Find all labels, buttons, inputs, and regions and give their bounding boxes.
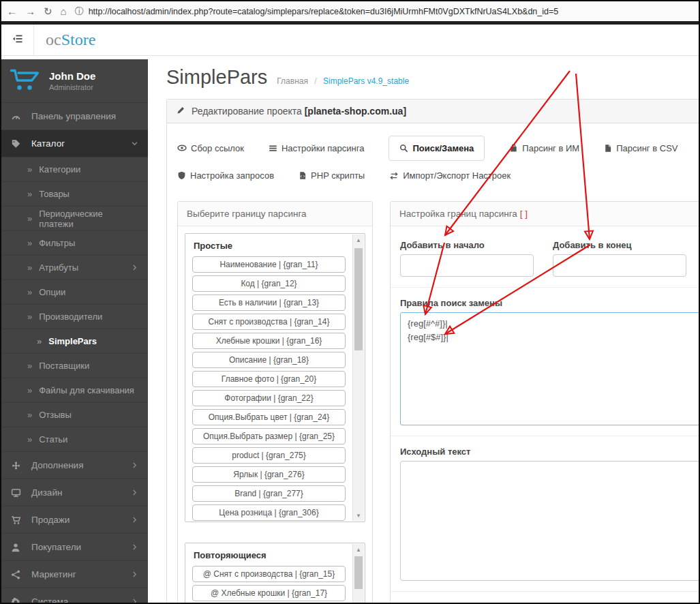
sidebar-subitem-label: Поставщики xyxy=(39,361,89,371)
gran-button[interactable]: Ярлык | {gran_276} xyxy=(192,466,346,483)
scroll-up-icon[interactable]: ▲ xyxy=(353,544,364,555)
sidebar-subitem[interactable]: »Фильтры xyxy=(1,231,148,256)
sidebar-item-label: Каталог xyxy=(31,138,65,149)
group-items-repeating: @ Снят с производства | {gran_15}@ Хлебн… xyxy=(192,566,346,604)
gran-button[interactable]: Описание | {gran_18} xyxy=(192,352,346,368)
sidebar-subitem[interactable]: »Поставщики xyxy=(1,354,148,378)
breadcrumb-home[interactable]: Главная xyxy=(277,76,308,86)
sidebar-subitem[interactable]: »Опции xyxy=(1,280,148,305)
reload-icon[interactable]: ↻ xyxy=(44,6,52,16)
add-start-input[interactable] xyxy=(400,254,534,277)
gran-button[interactable]: Фотографии | {gran_22} xyxy=(192,390,346,406)
sidebar-subitem-label: Производители xyxy=(39,312,102,322)
source-textarea[interactable] xyxy=(400,461,700,581)
sidebar-item[interactable]: Покупатели xyxy=(1,534,148,561)
gran-button[interactable]: @ Снят с производства | {gran_15} xyxy=(192,566,346,582)
sidebar-item[interactable]: Дизайн xyxy=(1,479,148,507)
gran-button[interactable]: Brand | {gran_277} xyxy=(192,485,346,502)
tab-item[interactable]: Импорт/Экспорт Настроек xyxy=(389,170,511,181)
boundary-chooser-title: Выберите границу парсинга xyxy=(178,202,372,226)
tab-item[interactable]: Настройки парсинга xyxy=(269,143,364,153)
sidebar-subitem[interactable]: »Файлы для скачивания xyxy=(1,378,148,403)
sidebar-item[interactable]: Маркетинг xyxy=(1,561,148,588)
group-items-simple: Наименование | {gran_11}Код | {gran_12}Е… xyxy=(192,256,346,522)
profile-name: John Doe xyxy=(49,70,95,82)
gran-button[interactable]: Главное фото | {gran_20} xyxy=(192,371,346,387)
forward-icon[interactable]: → xyxy=(25,6,35,16)
tab-item[interactable]: Парсинг в ИМ xyxy=(509,143,579,153)
user-icon xyxy=(11,543,24,552)
search-icon xyxy=(399,144,408,153)
gran-button[interactable]: Снят с производства | {gran_14} xyxy=(192,314,346,330)
gran-button[interactable]: Опция.Выбрать размер | {gran_25} xyxy=(192,428,346,444)
tab-item[interactable]: PHP скрипты xyxy=(299,170,365,181)
sidebar-subitem[interactable]: »Категории xyxy=(1,157,148,182)
sidebar-item[interactable]: Система xyxy=(1,588,148,603)
sidebar-item-label: Панель управления xyxy=(31,111,116,121)
url-text[interactable]: http://localhost/admin/index.php?route=c… xyxy=(89,7,559,16)
sidebar-subitem[interactable]: »Товары xyxy=(1,182,148,207)
sidebar-subitem[interactable]: »Отзывы xyxy=(1,403,148,427)
scrollbar-thumb[interactable] xyxy=(354,248,363,350)
gran-button[interactable]: Опция.Выбрать цвет | {gran_24} xyxy=(192,409,346,425)
divider xyxy=(391,591,700,592)
sidebar-subitem[interactable]: »Статьи xyxy=(1,427,148,452)
gran-button[interactable]: @ Хлебные крошки | {gran_17} xyxy=(192,585,346,601)
home-icon[interactable]: ⌂ xyxy=(61,6,67,16)
gran-button[interactable]: Есть в наличии | {gran_13} xyxy=(192,295,346,311)
sidebar-profile: John Doe Administrator xyxy=(1,59,148,103)
sidebar-item-label: Система xyxy=(31,597,68,603)
scrollbar-thumb[interactable] xyxy=(354,556,363,589)
tab-item[interactable]: Сбор ссылок xyxy=(177,143,244,153)
app-window: ← → ↻ ⌂ ⓘ http://localhost/admin/index.p… xyxy=(0,0,700,604)
sidebar-subitem-label: Файлы для скачивания xyxy=(39,385,134,395)
project-panel-heading: Редактирование проекта [planeta-shop.com… xyxy=(167,100,700,123)
address-bar[interactable]: ⓘ http://localhost/admin/index.php?route… xyxy=(75,5,693,18)
group-heading-simple: Простые xyxy=(194,241,346,251)
double-angle-icon: » xyxy=(27,434,32,444)
gran-button[interactable]: Цена розница | {gran_306} xyxy=(192,504,346,521)
scroll-down-icon[interactable]: ▼ xyxy=(353,510,364,521)
add-end-input[interactable] xyxy=(553,254,686,277)
tab-item[interactable]: Настройка запросов xyxy=(177,170,274,181)
breadcrumb-current-link[interactable]: SimplePars v4.9_stable xyxy=(323,76,409,86)
boundary-settings-title: Настройка границ парсинга[ ] xyxy=(391,202,700,226)
sidebar-subitem-label: Периодические платежи xyxy=(39,209,138,229)
brand-logo[interactable]: ocStore xyxy=(46,25,95,55)
shield-icon xyxy=(177,171,186,180)
title-badge[interactable]: [ ] xyxy=(520,209,528,219)
cart-icon xyxy=(11,515,24,525)
sidebar-item-label: Дизайн xyxy=(31,487,62,498)
sidebar-item[interactable]: Продажи xyxy=(1,507,148,534)
back-icon[interactable]: ← xyxy=(7,6,17,16)
scrollbar[interactable]: ▲ ▼ xyxy=(352,235,364,521)
gran-button[interactable]: Наименование | {gran_11} xyxy=(192,256,346,273)
project-heading-text: Редактирование проекта xyxy=(192,106,302,117)
sidebar-toggle-button[interactable] xyxy=(1,25,34,55)
sidebar-subitem[interactable]: »Производители xyxy=(1,305,148,329)
sidebar-item[interactable]: Каталог xyxy=(1,130,148,157)
tab-item[interactable]: Поиск/Замена xyxy=(389,136,485,161)
sidebar-subitem[interactable]: »SimplePars xyxy=(1,329,148,354)
breadcrumb: Главная / SimplePars v4.9_stable xyxy=(277,76,409,86)
scroll-up-icon[interactable]: ▲ xyxy=(353,235,364,245)
main-content: SimplePars Главная / SimplePars v4.9_sta… xyxy=(148,59,699,603)
sidebar-subitem[interactable]: »Периодические платежи xyxy=(1,207,148,231)
gran-button[interactable]: Хлебные крошки | {gran_16} xyxy=(192,333,346,349)
gran-button[interactable]: product | {gran_275} xyxy=(192,447,346,464)
sidebar-subitem-label: Атрибуты xyxy=(39,262,78,273)
rules-textarea[interactable]: {reg[#^#]}| {reg[#$#]}| xyxy=(400,312,700,425)
sidebar-item[interactable]: Панель управления xyxy=(1,103,148,130)
gran-button[interactable]: Код | {gran_12} xyxy=(192,275,346,292)
sidebar-item[interactable]: Дополнения xyxy=(1,452,148,479)
project-panel: Редактирование проекта [planeta-shop.com… xyxy=(166,99,700,604)
tab-item[interactable]: Парсинг в CSV xyxy=(604,143,678,153)
double-angle-icon: » xyxy=(27,262,32,273)
sidebar-subitem[interactable]: »Атрибуты xyxy=(1,256,148,280)
scrollbar[interactable]: ▲ xyxy=(352,544,364,604)
sidebar-subitem-label: Статьи xyxy=(39,434,67,444)
double-angle-icon: » xyxy=(27,238,32,248)
info-icon[interactable]: ⓘ xyxy=(75,5,84,18)
chevron-right-icon xyxy=(131,598,138,603)
tabs-row-1: Сбор ссылокНастройки парсингаПоиск/Замен… xyxy=(177,134,700,162)
